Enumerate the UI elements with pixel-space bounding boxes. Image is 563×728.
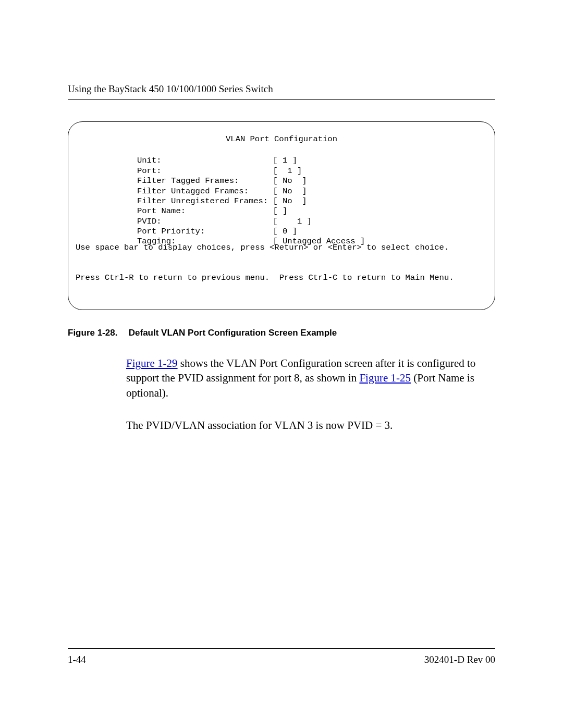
field-pad [162,156,273,165]
field-pad [162,166,273,176]
terminal-screen: VLAN Port Configuration Unit: [ 1 ] Port… [68,121,495,310]
terminal-row: Port Name: [ ] [137,206,487,216]
page-number: 1-44 [68,654,86,665]
field-value: [ 1 ] [273,156,297,165]
terminal-footer: Use space bar to display choices, press … [76,223,487,303]
body-paragraph: The PVID/VLAN association for VLAN 3 is … [126,418,495,433]
document-id: 302401-D Rev 00 [424,654,495,665]
terminal-row: Filter Tagged Frames: [ No ] [137,176,487,186]
terminal-row: Unit: [ 1 ] [137,156,487,166]
field-label: Unit: [137,156,162,165]
field-label: Filter Untagged Frames: [137,187,249,196]
field-value: [ ] [273,206,287,216]
terminal-title: VLAN Port Configuration [76,134,487,144]
figure-title: Default VLAN Port Configuration Screen E… [129,328,337,338]
figure-number: Figure 1-28. [68,328,126,338]
field-label: Filter Unregistered Frames: [137,196,268,206]
terminal-row: Filter Unregistered Frames: [ No ] [137,196,487,206]
figure-link-1-29[interactable]: Figure 1-29 [126,357,178,369]
terminal-row: Port: [ 1 ] [137,166,487,176]
field-value: [ No ] [273,187,307,196]
figure-caption: Figure 1-28. Default VLAN Port Configura… [68,328,495,338]
page: Using the BayStack 450 10/100/1000 Serie… [0,0,563,728]
field-pad [249,187,273,196]
terminal-footer-line: Press Ctrl-R to return to previous menu.… [76,273,487,283]
figure-link-1-25[interactable]: Figure 1-25 [359,372,411,384]
field-pad [239,176,273,186]
terminal-footer-line: Use space bar to display choices, press … [76,243,487,253]
field-label: Port: [137,166,162,176]
field-value: [ No ] [273,176,307,186]
body-paragraph: Figure 1-29 shows the VLAN Port Configur… [126,356,495,400]
page-footer: 1-44 302401-D Rev 00 [68,648,495,665]
running-header: Using the BayStack 450 10/100/1000 Serie… [68,83,495,100]
field-label: Port Name: [137,206,186,216]
field-value: [ No ] [273,196,307,206]
terminal-row: Filter Untagged Frames: [ No ] [137,187,487,196]
field-value: [ 1 ] [273,166,302,176]
field-pad [186,206,273,216]
field-label: Filter Tagged Frames: [137,176,239,186]
